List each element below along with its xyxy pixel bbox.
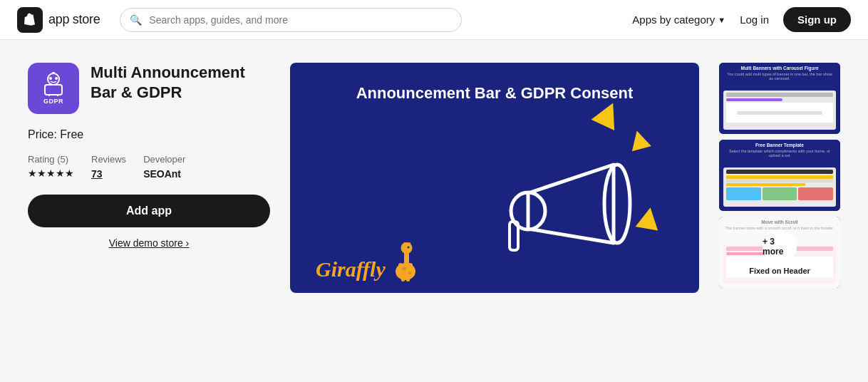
thumbnails-panel: Multi Banners with Carousel Figure You c… [719,63,840,288]
svg-marker-9 [528,165,614,243]
thumbnail-1-title: Multi Banners with Carousel Figure [740,66,818,71]
rating-label: Rating (5) [28,154,74,165]
app-icon-svg [39,72,68,96]
main-screenshot-area: Announcement Bar & GDPR Consent [290,63,699,293]
nav-right: Apps by category ▼ Log in Sign up [632,7,851,32]
main-content: GDPR Multi Announcement Bar & GDPR Price… [14,40,854,316]
more-label: Fixed on Header [749,267,810,275]
apps-by-category-label: Apps by category [632,14,715,26]
app-title: Multi Announcement Bar & GDPR [91,63,270,102]
svg-point-5 [55,77,58,80]
svg-rect-16 [401,272,405,282]
thumbnail-2-subtitle: Select the template which compliments wi… [725,149,835,158]
svg-rect-6 [45,85,62,95]
apps-by-category-menu[interactable]: Apps by category ▼ [632,14,725,26]
search-icon: 🔍 [130,14,142,26]
reviews-block: Reviews 73 [91,154,126,180]
thumbnail-2[interactable]: Free Banner Template Select the template… [719,140,840,211]
giraffly-text: Giraffly [316,257,386,282]
screenshot-title: Announcement Bar & GDPR Consent [356,84,634,103]
svg-point-20 [402,267,406,270]
screenshot-content: Announcement Bar & GDPR Consent [290,63,699,293]
svg-point-19 [401,242,412,254]
thumbnail-2-title: Free Banner Template [755,143,804,148]
price-label: Price: Free [28,128,270,141]
app-icon: GDPR [28,63,79,114]
thumbnail-3[interactable]: Move with Scroll The banner show with a … [719,217,840,288]
svg-point-21 [408,272,411,274]
megaphone-svg [485,150,642,279]
signup-button[interactable]: Sign up [783,7,851,32]
search-bar-container: 🔍 [120,8,462,32]
developer-block: Developer SEOAnt [143,154,185,180]
svg-point-4 [49,77,52,80]
thumbnail-3-inner: Move with Scroll The banner show with a … [719,217,840,288]
thumbnail-2-inner: Free Banner Template Select the template… [719,140,840,211]
reviews-label: Reviews [91,154,126,165]
add-app-button[interactable]: Add app [28,195,270,227]
meta-row: Rating (5) ★★★★★ Reviews 73 Developer SE… [28,154,270,180]
logo-text: app store [48,12,100,27]
more-overlay: + 3 more Fixed on Header [719,217,840,288]
svg-rect-22 [403,242,405,247]
main-screenshot: Announcement Bar & GDPR Consent [290,63,699,293]
thumbnail-1[interactable]: Multi Banners with Carousel Figure You c… [719,63,840,134]
chevron-down-icon: ▼ [718,16,725,24]
giraffly-branding: Giraffly [316,242,421,282]
more-count: + 3 more [763,229,797,264]
rating-block: Rating (5) ★★★★★ [28,154,74,179]
giraffe-icon [390,242,421,282]
header: app store 🔍 Apps by category ▼ Log in Si… [0,0,868,40]
thumbnail-1-subtitle: You could add multi types of banner in o… [725,72,835,81]
shopify-logo-icon [17,7,43,33]
stars: ★★★★★ [28,167,74,179]
view-demo-link[interactable]: View demo store [28,237,270,249]
logo-link[interactable]: app store [17,7,100,33]
svg-rect-12 [510,222,518,250]
developer-name[interactable]: SEOAnt [143,168,181,180]
app-header-row: GDPR Multi Announcement Bar & GDPR [28,63,270,114]
search-input[interactable] [120,8,462,32]
developer-label: Developer [143,154,185,165]
reviews-count[interactable]: 73 [91,168,103,180]
app-info-panel: GDPR Multi Announcement Bar & GDPR Price… [28,63,270,249]
app-icon-label: GDPR [43,98,63,105]
login-button[interactable]: Log in [740,14,769,26]
yellow-triangle-2 [627,128,651,151]
svg-point-24 [407,246,409,248]
thumbnail-1-inner: Multi Banners with Carousel Figure You c… [719,63,840,134]
svg-point-11 [604,165,630,243]
